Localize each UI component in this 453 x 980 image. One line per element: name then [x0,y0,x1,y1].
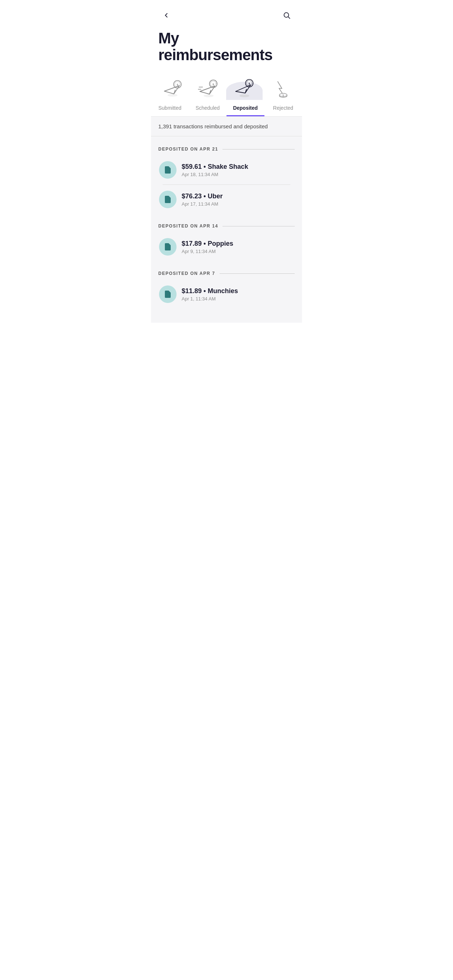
tab-scheduled[interactable]: Scheduled [189,100,227,116]
transaction-amount: $17.89 [182,240,202,247]
table-row[interactable]: $11.89 • Munchies Apr 1, 11:34 AM [157,280,296,308]
transaction-list-apr7: $11.89 • Munchies Apr 1, 11:34 AM [151,280,302,308]
svg-text:$: $ [282,94,284,97]
transaction-info: $59.61 • Shake Shack Apr 18, 11:34 AM [182,163,294,177]
transaction-amount: $11.89 [182,287,202,294]
tabs: Submitted Scheduled Deposited Rejected [151,100,302,116]
status-icons-row: $ $ [151,71,302,100]
summary-bar: 1,391 transactions reimbursed and deposi… [151,117,302,136]
transaction-main: $11.89 • Munchies [182,287,294,295]
transaction-icon [159,191,177,208]
scheduled-icon: $ [191,78,227,100]
content-area: DEPOSITED ON APR 21 $59.61 • Shake Shack… [151,136,302,323]
svg-text:$: $ [212,83,214,86]
transaction-list-apr21: $59.61 • Shake Shack Apr 18, 11:34 AM $7… [151,156,302,213]
transaction-amount: $59.61 [182,163,202,170]
svg-point-2 [168,94,178,97]
section-apr7-header: DEPOSITED ON APR 7 [151,261,302,280]
transaction-merchant: Shake Shack [207,163,248,170]
tabs-container: Submitted Scheduled Deposited Rejected [151,100,302,117]
tab-deposited[interactable]: Deposited [226,100,265,116]
submitted-icon: $ [155,78,191,100]
transaction-merchant: Munchies [207,287,238,294]
tab-rejected[interactable]: Rejected [265,100,302,116]
svg-line-1 [288,17,290,19]
svg-line-22 [278,82,282,89]
table-row[interactable]: $76.23 • Uber Apr 17, 11:34 AM [157,186,296,213]
transaction-merchant: Uber [207,192,222,200]
transaction-main: $17.89 • Poppies [182,240,294,248]
back-button[interactable] [158,7,174,23]
transaction-separator: • [204,240,207,247]
transaction-separator: • [204,192,207,200]
transaction-date: Apr 17, 11:34 AM [182,201,294,207]
section-apr14-header: DEPOSITED ON APR 14 [151,213,302,233]
section-apr14-label: DEPOSITED ON APR 14 [158,223,218,229]
transaction-date: Apr 9, 11:34 AM [182,249,294,254]
deposited-icon: $ [226,78,263,100]
svg-marker-17 [236,85,250,93]
transaction-separator: • [204,163,207,170]
section-apr21-header: DEPOSITED ON APR 21 [151,136,302,156]
transaction-info: $76.23 • Uber Apr 17, 11:34 AM [182,192,294,207]
list-divider [163,185,290,185]
section-apr7-label: DEPOSITED ON APR 7 [158,271,215,276]
tab-submitted[interactable]: Submitted [151,100,189,116]
section-apr7-line [220,274,295,274]
transaction-separator: • [204,287,207,294]
transaction-date: Apr 1, 11:34 AM [182,296,294,302]
transaction-icon [159,285,177,303]
transaction-list-apr14: $17.89 • Poppies Apr 9, 11:34 AM [151,233,302,261]
section-apr14-line [222,226,295,226]
page-title: My reimbursements [151,27,302,71]
transaction-main: $59.61 • Shake Shack [182,163,294,170]
header [151,0,302,27]
svg-point-0 [284,13,289,18]
svg-point-8 [204,94,214,97]
summary-text: 1,391 transactions reimbursed and deposi… [158,123,268,129]
search-button[interactable] [279,7,295,23]
transaction-amount: $76.23 [182,192,202,200]
rejected-icon: $ [263,78,299,100]
table-row[interactable]: $17.89 • Poppies Apr 9, 11:34 AM [157,233,296,261]
transaction-icon [159,161,177,179]
section-apr21-line [222,149,295,150]
table-row[interactable]: $59.61 • Shake Shack Apr 18, 11:34 AM [157,156,296,184]
transaction-info: $11.89 • Munchies Apr 1, 11:34 AM [182,287,294,302]
svg-point-16 [239,94,249,97]
transaction-merchant: Poppies [207,240,233,247]
transaction-date: Apr 18, 11:34 AM [182,172,294,177]
section-apr21-label: DEPOSITED ON APR 21 [158,146,218,152]
transaction-info: $17.89 • Poppies Apr 9, 11:34 AM [182,240,294,254]
transaction-main: $76.23 • Uber [182,192,294,200]
transaction-icon [159,238,177,256]
